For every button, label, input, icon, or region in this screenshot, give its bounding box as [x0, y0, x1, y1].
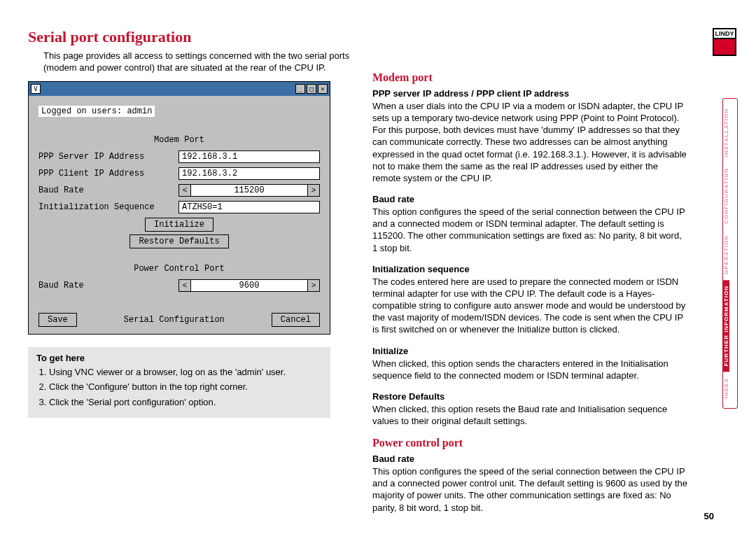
- baud1-text: This option configures the speed of the …: [372, 206, 687, 254]
- baud2-text: This option configures the speed of the …: [372, 465, 687, 514]
- logged-on-text: Logged on users: admin: [38, 106, 155, 117]
- modem-baud-value: 115200: [191, 184, 307, 197]
- baud-increment-icon[interactable]: >: [307, 184, 320, 197]
- cancel-button[interactable]: Cancel: [272, 313, 320, 327]
- baud2-heading: Baud rate: [372, 454, 687, 464]
- page-title: Serial port configuration: [28, 28, 350, 46]
- ppp-server-input[interactable]: 192.168.3.1: [178, 150, 320, 163]
- init-seq-label: Initialization Sequence: [38, 202, 178, 212]
- config-window: V _ □ × Logged on users: admin Modem Por…: [28, 81, 330, 335]
- nav-further-information[interactable]: FURTHER INFORMATION: [723, 280, 729, 372]
- window-icon: V: [31, 84, 41, 94]
- intro-text: This page provides all access to setting…: [43, 50, 350, 74]
- init-text: When clicked, this option sends the char…: [372, 358, 687, 381]
- power-baud-value: 9600: [191, 279, 307, 292]
- window-titlebar: V _ □ ×: [29, 82, 330, 96]
- dialog-title: Serial Configuration: [77, 315, 272, 325]
- modem-port-subheading: Modem port: [372, 71, 687, 84]
- nav-index[interactable]: INDEX: [723, 372, 729, 404]
- howto-step: Click the 'Serial port configuration' op…: [49, 396, 322, 409]
- maximize-button[interactable]: □: [307, 84, 316, 94]
- brand-logo: LINDY: [713, 28, 736, 56]
- ppp-heading: PPP server IP address / PPP client IP ad…: [372, 88, 687, 99]
- power-port-subheading: Power control port: [372, 437, 687, 449]
- save-button[interactable]: Save: [38, 313, 77, 327]
- brand-square-icon: [713, 38, 736, 56]
- restore-defaults-button[interactable]: Restore Defaults: [130, 234, 228, 248]
- howto-step: Using VNC viewer or a browser, log on as…: [49, 366, 322, 379]
- minimize-button[interactable]: _: [295, 84, 305, 94]
- initseq-text: The codes entered here are used to prepa…: [372, 276, 687, 336]
- restore-heading: Restore Defaults: [372, 391, 687, 402]
- nav-operation[interactable]: OPERATION: [723, 230, 729, 280]
- baud-decrement-icon[interactable]: <: [178, 184, 191, 197]
- power-baud-spinner[interactable]: < 9600 >: [178, 279, 320, 292]
- modem-baud-label: Baud Rate: [38, 185, 178, 195]
- baud1-heading: Baud rate: [372, 194, 687, 204]
- power-baud-label: Baud Rate: [38, 281, 178, 290]
- ppp-client-input[interactable]: 192.168.3.2: [178, 167, 320, 180]
- modem-port-heading: Modem Port: [38, 135, 320, 145]
- side-nav: INSTALLATION CONFIGURATION OPERATION FUR…: [722, 98, 738, 409]
- howto-box: To get here Using VNC viewer or a browse…: [28, 347, 330, 419]
- init-seq-input[interactable]: ATZHS0=1: [178, 201, 320, 213]
- howto-heading: To get here: [36, 353, 322, 363]
- ppp-text: When a user dials into the CPU IP via a …: [372, 100, 687, 184]
- nav-installation[interactable]: INSTALLATION: [723, 103, 729, 162]
- ppp-server-label: PPP Server IP Address: [38, 152, 178, 162]
- modem-baud-spinner[interactable]: < 115200 >: [178, 184, 320, 197]
- init-heading: Initialize: [372, 346, 687, 356]
- nav-configuration[interactable]: CONFIGURATION: [723, 162, 729, 230]
- power-port-heading: Power Control Port: [38, 264, 320, 274]
- power-baud-decrement-icon[interactable]: <: [178, 279, 191, 292]
- initialize-button[interactable]: Initialize: [145, 218, 214, 232]
- howto-step: Click the 'Configure' button in the top …: [49, 381, 322, 393]
- restore-text: When clicked, this option resets the Bau…: [372, 403, 687, 427]
- page-number: 50: [704, 511, 714, 521]
- close-button[interactable]: ×: [318, 84, 328, 94]
- ppp-client-label: PPP Client IP Address: [38, 169, 178, 178]
- initseq-heading: Initialization sequence: [372, 264, 687, 274]
- power-baud-increment-icon[interactable]: >: [307, 279, 320, 292]
